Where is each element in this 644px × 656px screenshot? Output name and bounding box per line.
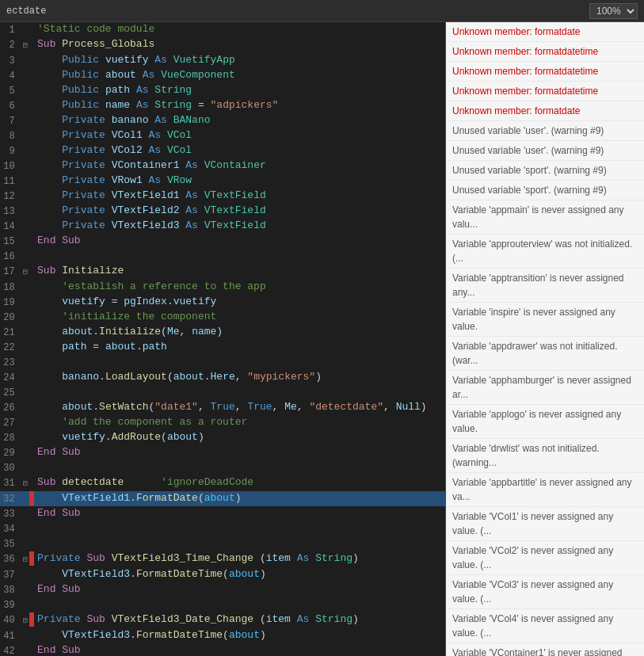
line-number: 14 [0,219,21,234]
table-row: 20 'initialize the component [0,310,445,325]
code-col [34,536,445,551]
line-number: 25 [0,385,21,400]
code-col: Private Sub VTextField3_Date_Change (ite… [34,612,445,628]
fold-col: ⊟ [21,475,29,491]
table-row: 30 [0,460,445,475]
code-col: Private VTextField3 As VTextField [34,219,445,234]
line-number: 42 [0,643,21,656]
code-col [34,460,445,475]
table-row: 17 ⊟ Sub Initialize [0,264,445,280]
table-row: 12 Private VTextField1 As VTextField [0,189,445,204]
line-number: 35 [0,536,21,551]
table-row: 13 Private VTextField2 As VTextField [0,204,445,219]
line-number: 23 [0,355,21,370]
table-row: 16 [0,249,445,264]
table-row: 8 Private VCol1 As VCol [0,128,445,143]
error-item: Unknown member: formatdatetime [446,62,644,82]
code-col: End Sub [34,445,445,460]
code-col: Public vuetify As VuetifyApp [34,53,445,68]
code-col: Public path As String [34,83,445,98]
table-row: 5 Public path As String [0,83,445,98]
table-row: 33 End Sub [0,506,445,521]
code-col: Private VCol2 As VCol [34,143,445,158]
zoom-control[interactable]: 100% 75% 125% [589,3,638,19]
fold-col [21,340,29,355]
code-col: 'establish a reference to the app [34,280,445,295]
error-item: Unknown member: formatdatetime [446,82,644,101]
table-row: 11 Private VRow1 As VRow [0,174,445,189]
error-item: Unused variable 'sport'. (warning #9) [446,181,644,200]
code-col: End Sub [34,234,445,249]
table-row: 7 Private banano As BANano [0,113,445,128]
error-item: Variable 'approuterview' was not initial… [446,235,644,269]
fold-col [21,628,29,643]
table-row: 6 Public name As String = "adpickers" [0,98,445,113]
code-col: Private VTextField1 As VTextField [34,189,445,204]
table-row: 27 'add the component as a router [0,415,445,430]
table-row: 25 [0,385,445,400]
code-col: Private VContainer1 As VContainer [34,158,445,174]
line-number: 21 [0,325,21,340]
code-col: path = about.path [34,340,445,355]
error-item: Unknown member: formatdatetime [446,42,644,62]
fold-col [21,295,29,310]
code-col: 'add the component as a router [34,415,445,430]
code-col: Private VRow1 As VRow [34,174,445,189]
error-item: Unused variable 'user'. (warning #9) [446,141,644,161]
fold-col [21,219,29,234]
fold-icon[interactable]: ⊟ [23,616,28,625]
error-panel: Unknown member: formatdateUnknown member… [446,22,644,656]
fold-col: ⊟ [21,612,29,628]
fold-col [21,280,29,295]
line-number: 28 [0,430,21,445]
fold-col [21,597,29,612]
code-col: Public name As String = "adpickers" [34,98,445,113]
fold-col [21,536,29,551]
line-number: 6 [0,98,21,113]
fold-col [21,174,29,189]
line-number: 8 [0,128,21,143]
table-row: 1 'Static code module [0,22,445,37]
table-row: 19 vuetify = pgIndex.vuetify [0,295,445,310]
code-col: VTextField1.FormatDate(about) [34,491,445,506]
fold-icon[interactable]: ⊟ [23,268,28,277]
table-row: 35 [0,536,445,551]
line-number: 41 [0,628,21,643]
line-number: 4 [0,68,21,83]
code-col: vuetify = pgIndex.vuetify [34,295,445,310]
fold-col [21,22,29,37]
line-number: 39 [0,597,21,612]
line-number: 3 [0,53,21,68]
table-row: 31 ⊟ Sub detectdate 'ignoreDeadCode [0,475,445,491]
fold-col [21,415,29,430]
code-panel[interactable]: 1 'Static code module 2 ⊟ Sub Process_Gl… [0,22,446,656]
fold-col [21,204,29,219]
table-row: 40 ⊟ Private Sub VTextField3_Date_Change… [0,612,445,628]
table-row: 18 'establish a reference to the app [0,280,445,295]
error-item: Unknown member: formatdate [446,101,644,121]
line-number: 24 [0,370,21,385]
fold-icon[interactable]: ⊟ [23,479,28,488]
line-number: 16 [0,249,21,264]
fold-col [21,189,29,204]
fold-icon[interactable]: ⊟ [23,555,28,564]
fold-icon[interactable]: ⊟ [23,41,28,50]
line-number: 7 [0,113,21,128]
table-row: 2 ⊟ Sub Process_Globals [0,37,445,53]
editor-title: ectdate [6,6,589,17]
line-number: 32 [0,491,21,506]
line-number: 1 [0,22,21,37]
fold-col [21,370,29,385]
table-row: 4 Public about As VueComponent [0,68,445,83]
line-number: 13 [0,204,21,219]
code-col [34,355,445,370]
line-number: 18 [0,280,21,295]
fold-col [21,385,29,400]
zoom-select[interactable]: 100% 75% 125% [589,3,638,19]
fold-col [21,234,29,249]
fold-col [21,643,29,656]
error-item: Variable 'apphamburger' is never assigne… [446,371,644,405]
line-number: 26 [0,400,21,415]
error-item: Variable 'VCol4' is never assigned any v… [446,609,644,643]
table-row: 34 [0,521,445,536]
